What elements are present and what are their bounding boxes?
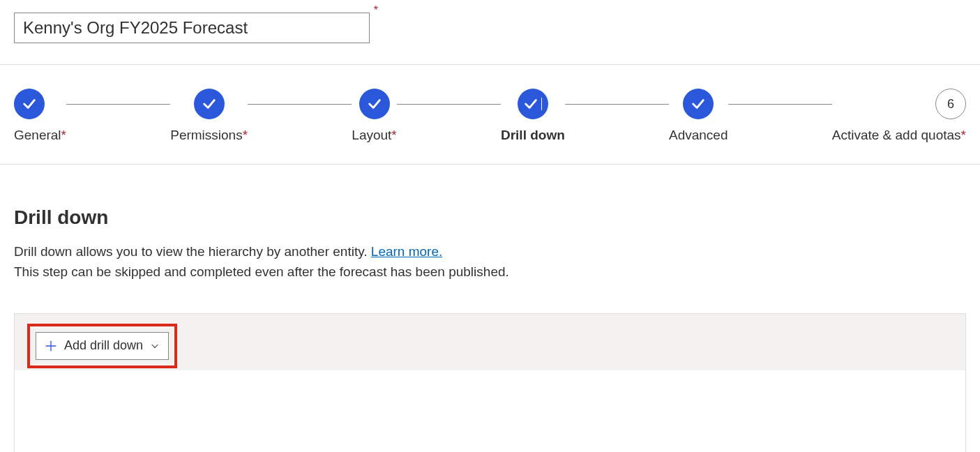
plus-icon — [45, 340, 57, 352]
step-label: Activate & add quotas* — [832, 128, 966, 143]
forecast-name-input[interactable] — [14, 13, 370, 43]
checkmark-icon — [194, 89, 225, 119]
step-label: Drill down — [501, 128, 565, 143]
step-activate-quotas[interactable]: 6 Activate & add quotas* — [832, 89, 966, 143]
step-permissions[interactable]: Permissions* — [170, 89, 248, 143]
step-layout[interactable]: Layout* — [352, 89, 396, 143]
step-advanced[interactable]: Advanced — [669, 89, 728, 143]
forecast-name-field-wrap: * — [14, 13, 370, 43]
step-drill-down[interactable]: Drill down — [501, 89, 565, 143]
required-asterisk: * — [374, 4, 378, 17]
step-connector — [248, 104, 352, 105]
step-connector — [66, 104, 170, 105]
wizard-stepper: General* Permissions* Layout* — [0, 64, 980, 165]
checkmark-icon — [518, 89, 548, 119]
drilldown-empty-area — [14, 370, 966, 452]
checkmark-icon — [14, 89, 45, 119]
checkmark-icon — [683, 89, 714, 119]
drilldown-toolbar: Add drill down — [14, 313, 966, 370]
step-connector — [565, 104, 669, 105]
chevron-down-icon — [150, 341, 160, 351]
add-drill-down-button[interactable]: Add drill down — [36, 332, 169, 360]
step-connector — [397, 104, 501, 105]
step-general[interactable]: General* — [14, 89, 66, 143]
step-label: Permissions* — [170, 128, 248, 143]
step-connector — [728, 104, 832, 105]
tutorial-highlight: Add drill down — [27, 324, 177, 368]
step-label: General* — [14, 128, 66, 143]
checkmark-icon — [359, 89, 390, 119]
learn-more-link[interactable]: Learn more. — [371, 244, 442, 259]
step-number-icon: 6 — [935, 89, 966, 119]
section-description: Drill down allows you to view the hierar… — [14, 241, 966, 282]
step-label: Layout* — [352, 128, 396, 143]
add-drill-down-label: Add drill down — [64, 338, 143, 353]
step-label: Advanced — [669, 128, 728, 143]
section-title: Drill down — [14, 206, 966, 229]
